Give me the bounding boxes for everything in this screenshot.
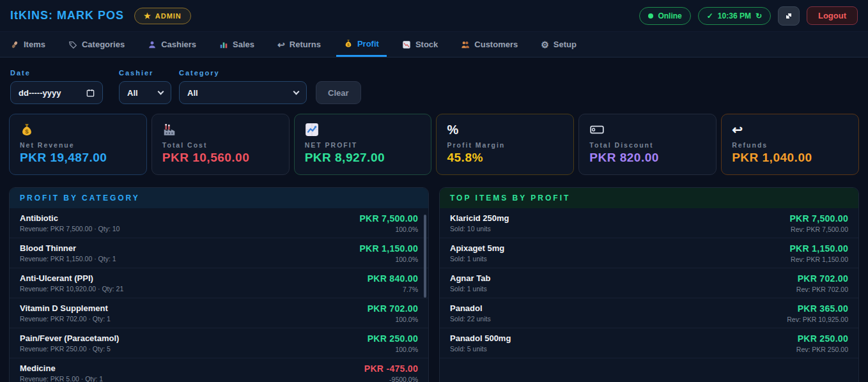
date-input[interactable]: dd-----yyyy: [10, 81, 103, 104]
time-sync-button[interactable]: ✓ 10:36 PM ↻: [698, 7, 771, 25]
item-revenue: Rev: PKR 10,925.00: [787, 316, 848, 323]
category-filter-label: Category: [179, 69, 316, 77]
tab-items[interactable]: Items: [3, 32, 53, 57]
stat-value: PKR 19,487.00: [20, 151, 136, 165]
category-margin: 100.0%: [368, 346, 418, 353]
category-margin: 100.0%: [368, 316, 418, 323]
tab-label: Items: [24, 40, 45, 49]
item-name: Klaricid 250mg: [450, 213, 509, 223]
item-detail: Sold: 22 units: [450, 315, 491, 323]
money-bag-icon: $: [344, 39, 353, 48]
stat-card-total-cost: Total Cost PKR 10,560.00: [151, 114, 290, 175]
top-items-by-profit-panel: TOP ITEMS BY PROFIT Klaricid 250mg Sold:…: [439, 187, 859, 382]
item-profit: PKR 365.00: [787, 303, 848, 314]
category-select-value: All: [187, 88, 198, 98]
tab-label: Sales: [233, 40, 254, 49]
chart-down-icon: [402, 40, 411, 49]
profit-by-category-panel: PROFIT BY CATEGORY Antibiotic Revenue: P…: [9, 187, 429, 382]
item-row: Apixaget 5mg Sold: 1 units PKR 1,150.00 …: [440, 238, 858, 268]
item-name: Apixaget 5mg: [450, 243, 504, 253]
stat-card-refunds: ↩ Refunds PKR 1,040.00: [721, 114, 859, 175]
category-profit: PKR 702.00: [368, 303, 418, 314]
pill-icon: [10, 40, 19, 49]
category-select[interactable]: All: [179, 81, 307, 104]
category-name: Pain/Fever (Paracetamol): [20, 333, 119, 343]
category-margin: 7.7%: [368, 286, 418, 293]
tab-categories[interactable]: Categories: [61, 32, 132, 57]
chevron-down-icon: [293, 88, 300, 95]
category-name: Blood Thinner: [20, 243, 116, 253]
category-detail: Revenue: PKR 7,500.00 · Qty: 10: [20, 225, 120, 233]
date-filter: Date dd-----yyyy: [10, 69, 119, 104]
logout-button[interactable]: Logout: [807, 6, 858, 25]
category-profit: PKR 7,500.00: [359, 213, 418, 224]
item-row: Panadol 500mg Sold: 5 units PKR 250.00 R…: [440, 328, 858, 358]
item-name: Panadol 500mg: [450, 333, 511, 343]
category-row: Antibiotic Revenue: PKR 7,500.00 · Qty: …: [10, 208, 428, 238]
category-profit: PKR 250.00: [368, 333, 418, 344]
tab-label: Categories: [82, 40, 125, 49]
item-revenue: Rev: PKR 7,500.00: [789, 225, 848, 233]
top-bar: ItKINS: MARK POS ★ ADMIN Online ✓ 10:36 …: [0, 0, 868, 32]
tab-setup[interactable]: ⚙ Setup: [533, 32, 584, 57]
stat-card-profit-margin: % Profit Margin 45.8%: [436, 114, 574, 175]
admin-badge-label: ADMIN: [155, 12, 182, 20]
cashier-filter-label: Cashier: [119, 69, 179, 77]
return-arrow-icon: ↩: [732, 122, 848, 137]
stat-card-net-revenue: $ Net Revenue PKR 19,487.00: [9, 114, 147, 175]
two-people-icon: [461, 40, 470, 49]
check-icon: ✓: [707, 11, 713, 20]
filter-bar: Date dd-----yyyy Cashier All Category Al…: [0, 57, 868, 104]
panel-scrollbar[interactable]: [424, 215, 426, 298]
stat-label: Total Cost: [162, 141, 279, 149]
stat-value: PKR 8,927.00: [305, 151, 421, 165]
clear-filters-button[interactable]: Clear: [316, 81, 361, 104]
return-arrow-icon: ↩: [277, 40, 285, 49]
category-name: Medicine: [20, 363, 103, 373]
stat-value: PKR 1,040.00: [732, 151, 848, 165]
date-filter-label: Date: [10, 69, 119, 77]
item-detail: Sold: 1 units: [450, 285, 490, 293]
item-row: Klaricid 250mg Sold: 10 units PKR 7,500.…: [440, 208, 858, 238]
online-dot-icon: [648, 13, 653, 19]
fullscreen-button[interactable]: [778, 6, 800, 26]
tab-profit[interactable]: $ Profit: [336, 32, 387, 57]
item-detail: Sold: 10 units: [450, 225, 509, 233]
item-profit: PKR 7,500.00: [789, 213, 848, 224]
stat-value: PKR 10,560.00: [162, 151, 279, 165]
item-detail: Sold: 1 units: [450, 255, 504, 263]
tab-cashiers[interactable]: Cashiers: [140, 32, 204, 57]
stat-label: Total Discount: [589, 141, 706, 149]
category-detail: Revenue: PKR 10,920.00 · Qty: 21: [20, 285, 123, 293]
chart-up-icon: [305, 122, 421, 137]
item-profit: PKR 702.00: [796, 273, 848, 284]
tab-returns[interactable]: ↩ Returns: [270, 32, 329, 57]
category-name: Anti-Ulcerant (PPI): [20, 273, 123, 283]
item-row: Agnar Tab Sold: 1 units PKR 702.00 Rev: …: [440, 268, 858, 298]
tab-sales[interactable]: Sales: [212, 32, 262, 57]
person-icon: [148, 40, 157, 49]
admin-role-badge: ★ ADMIN: [134, 8, 191, 24]
item-revenue: Rev: PKR 250.00: [796, 346, 848, 353]
category-name: Antibiotic: [20, 213, 120, 223]
item-profit: PKR 1,150.00: [789, 243, 848, 254]
date-input-value: dd-----yyyy: [19, 88, 61, 98]
svg-text:$: $: [25, 128, 29, 135]
cashier-select[interactable]: All: [119, 81, 171, 104]
cashier-filter: Cashier All: [119, 69, 179, 104]
category-detail: Revenue: PKR 702.00 · Qty: 1: [20, 315, 111, 323]
category-margin: 100.0%: [359, 256, 418, 263]
tab-label: Returns: [290, 40, 321, 49]
app-logo: ItKINS: MARK POS: [10, 9, 124, 22]
item-name: Panadol: [450, 303, 491, 313]
category-row: Anti-Ulcerant (PPI) Revenue: PKR 10,920.…: [10, 268, 428, 298]
profit-by-category-title: PROFIT BY CATEGORY: [10, 188, 428, 208]
category-profit: PKR 840.00: [368, 273, 418, 284]
star-icon: ★: [144, 11, 151, 20]
tab-label: Cashiers: [161, 40, 196, 49]
tab-stock[interactable]: Stock: [394, 32, 446, 57]
tab-customers[interactable]: Customers: [453, 32, 525, 57]
gear-icon: ⚙: [541, 40, 549, 49]
category-filter: Category All: [179, 69, 316, 104]
tag-icon: [68, 40, 77, 49]
